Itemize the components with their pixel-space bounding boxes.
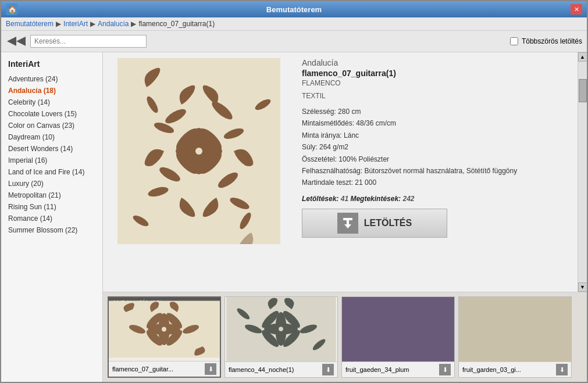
stats-label2: Megtekintések: [350,195,401,203]
app-icon: 🏠 [6,3,17,15]
sidebar-item-land-of-ice[interactable]: Land of Ice and Fire (14) [1,166,102,178]
svg-point-47 [279,327,283,331]
detail-product-name: flamenco_07_guitarra(1) [302,69,571,78]
thumb-img-2 [225,297,337,361]
sidebar-item-chocolate[interactable]: Chocolate Lovers (15) [1,108,102,120]
scroll-track [578,62,587,282]
download-icon [337,213,358,234]
sidebar-item-color-on-canvas[interactable]: Color on Canvas (23) [1,120,102,131]
thumb-download-3[interactable]: ⬇ [439,364,451,375]
sidebar-item-rising-sun[interactable]: Rising Sun (11) [1,201,102,213]
detail-scrollbar[interactable]: ▲ ▼ [578,52,587,292]
breadcrumb-sep-3: ▶ [131,20,136,28]
scroll-down-button[interactable]: ▼ [578,282,587,292]
window-title: Bemutatóterem [17,5,571,14]
thumbnail-item-2[interactable]: flamenco_44_noche(1) ⬇ [224,296,338,378]
toolbar-right: Többszörös letöltés [510,37,582,45]
sidebar: InteriArt Adventures (24) Andalucía (18)… [1,52,103,382]
svg-marker-2 [7,37,16,46]
breadcrumb-home[interactable]: Bemutatóterem [6,20,54,28]
breadcrumb: Bemutatóterem ▶ InteriArt ▶ Andalucía ▶ … [1,17,587,31]
detail-subcategory: FLAMENCO [302,79,571,87]
thumb-img-3 [342,297,454,361]
svg-text:🏠: 🏠 [8,5,17,15]
sidebar-item-andalucia[interactable]: Andalucía (18) [1,85,102,96]
multi-download-checkbox[interactable] [510,37,518,45]
main-window: 🏠 Bemutatóterem ✕ Bemutatóterem ▶ Interi… [0,0,588,383]
spec-martindale: Martindale teszt: 21 000 [302,177,571,188]
thumbnail-item-4[interactable]: fruit_garden_03_gi... ⬇ [458,296,572,378]
spec-felhasznalhatosag: Felhasználhatóság: Bútorszövet normál ha… [302,165,571,177]
detail-stats: Letöltések: 41 Megtekintések: 242 [302,195,571,203]
scroll-thumb[interactable] [579,79,587,102]
sidebar-item-summer[interactable]: Summer Blossom (22) [1,224,102,236]
thumb-download-4[interactable]: ⬇ [556,364,568,375]
detail-panel: Andalucía flamenco_07_guitarra(1) FLAMEN… [295,52,578,292]
spec-mintaismetlodes: Mintaismétlődés: 48/36 cm/cm [302,117,571,129]
sidebar-item-luxury[interactable]: Luxury (20) [1,178,102,189]
center-top: Andalucía flamenco_07_guitarra(1) FLAMEN… [103,52,587,292]
breadcrumb-interiart[interactable]: InteriArt [63,20,88,28]
sidebar-item-adventures[interactable]: Adventures (24) [1,73,102,85]
product-image-svg [117,58,280,244]
detail-category: Andalucía [302,58,571,67]
download-label: LETÖLTÉS [364,218,412,228]
stats-megtekintesek: 242 [402,195,414,203]
thumb-filename-1: flamenco_07_guitar... [112,366,173,373]
multi-download-label: Többszörös letöltés [522,37,582,45]
breadcrumb-current: flamenco_07_guitarra(1) [138,20,215,28]
title-bar: 🏠 Bemutatóterem ✕ [1,1,587,17]
sidebar-item-celebrity[interactable]: Celebrity (14) [1,96,102,108]
detail-type: TEXTIL [302,92,571,100]
sidebar-item-daydream[interactable]: Daydream (10) [1,131,102,143]
back-icon [6,34,27,48]
thumbnail-item-3[interactable]: fruit_gaeden_34_plum ⬇ [341,296,455,378]
main-content: InteriArt Adventures (24) Andalucía (18)… [1,52,587,382]
thumb-footer-2: flamenco_44_noche(1) ⬇ [225,361,337,377]
svg-point-20 [195,148,202,155]
sidebar-item-metropolitan[interactable]: Metropolitan (21) [1,189,102,201]
thumb-footer-3: fruit_gaeden_34_plum ⬇ [342,361,454,377]
download-arrow-icon [341,217,354,230]
thumb-download-1[interactable]: ⬇ [205,363,216,375]
toolbar-left [6,34,147,48]
thumb-img-1 [109,298,220,361]
breadcrumb-sep-2: ▶ [90,20,95,28]
sidebar-item-desert[interactable]: Desert Wonders (14) [1,143,102,155]
sidebar-item-romance[interactable]: Romance (14) [1,213,102,224]
thumbnail-item-1[interactable]: ANDALUCÍA (18) [108,296,221,378]
thumb-filename-4: fruit_garden_03_gi... [462,366,521,373]
main-image [117,58,280,244]
svg-marker-27 [344,224,351,228]
download-button[interactable]: LETÖLTÉS [302,209,447,238]
search-input[interactable] [30,35,147,48]
stats-label: Letöltések: [302,195,338,203]
breadcrumb-andalucia[interactable]: Andalucía [98,20,129,28]
thumb-img-4 [459,297,571,361]
toolbar: Többszörös letöltés [1,31,587,52]
svg-marker-3 [16,37,26,46]
stats-letoltesek: 41 [341,195,348,203]
scroll-up-button[interactable]: ▲ [578,52,587,62]
thumb-filename-3: fruit_gaeden_34_plum [345,366,409,373]
close-button[interactable]: ✕ [571,4,582,15]
back-button[interactable] [6,34,27,48]
thumb-footer-1: flamenco_07_guitar... ⬇ [109,361,220,377]
svg-point-36 [162,327,166,332]
center-panel: Andalucía flamenco_07_guitarra(1) FLAMEN… [103,52,587,382]
detail-specs: Szélesség: 280 cm Mintaismétlődés: 48/36… [302,106,571,189]
thumb-filename-2: flamenco_44_noche(1) [229,366,294,373]
spec-minta-iranya: Minta iránya: Lánc [302,130,571,141]
thumb-download-2[interactable]: ⬇ [322,364,334,375]
thumbnail-bar: ANDALUCÍA (18) [103,292,587,382]
sidebar-title: InteriArt [1,57,102,73]
thumb-footer-4: fruit_garden_03_gi... ⬇ [459,361,571,377]
breadcrumb-sep-1: ▶ [56,20,61,28]
thumb-svg-1 [109,298,220,361]
main-image-area [103,52,295,292]
sidebar-item-imperial[interactable]: Imperial (16) [1,155,102,166]
spec-suly: Súly: 264 g/m2 [302,141,571,153]
spec-szelesseg: Szélesség: 280 cm [302,106,571,117]
thumb-svg-2 [225,297,337,361]
spec-osszetétel: Összetétel: 100% Poliészter [302,153,571,165]
